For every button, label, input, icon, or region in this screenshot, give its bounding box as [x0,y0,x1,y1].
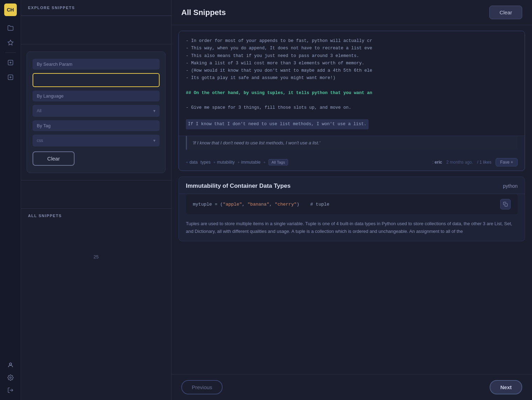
next-button[interactable]: Next [490,380,522,394]
code-line-3: - This also means that if you just need … [186,52,518,60]
snippet-card-2: Immutability of Container Data Types pyt… [178,177,525,241]
tag-types: types [201,160,211,165]
snippet-1-author: : eric [432,160,442,165]
chevron-down-icon: ▾ [153,108,155,113]
language-value: All [37,108,41,113]
snippet-2-description: Tuples are used to store multiple items … [179,219,525,241]
highlight-line: ## On the other hand, by using tuples, i… [186,90,518,97]
all-tags-button[interactable]: All Tags [268,159,288,165]
filter-clear-button[interactable]: Clear [33,151,75,166]
sidebar-divider-2 [21,44,171,44]
star-icon[interactable] [4,36,17,49]
sidebar: Explore Snippets By Search Param By Lang… [21,0,172,400]
svg-rect-9 [505,203,507,206]
tag-value: css [37,138,43,143]
main-title: All Snippets [181,8,226,17]
sidebar-blank-3 [21,223,171,251]
snippet-1-meta: : eric 2 months ago. / 1 likes Fave + [432,158,518,166]
code-line-5: - (How would it know that you don't want… [186,67,518,74]
tag-data: + data [186,160,198,165]
add-alt-icon[interactable] [4,71,17,84]
app-logo[interactable]: CH [4,3,17,16]
main-content: All Snippets Clear - In order for most o… [172,0,532,400]
by-tag-label: By Tag [33,120,160,131]
code-line-1: - In order for most of your appends to b… [186,37,518,45]
by-language-label: By Language [33,91,160,101]
header-clear-button[interactable]: Clear [489,6,522,19]
snippet-2-header: Immutability of Container Data Types pyt… [179,177,525,194]
code-line-9: If I know that I don't need to use list … [186,119,369,129]
add-icon[interactable] [4,56,17,69]
sidebar-blank-2 [21,180,171,208]
snippet-2-language: python [503,183,518,189]
snippet-card-1: - In order for most of your appends to b… [178,31,525,171]
snippet-1-footer: + data types + mutability + immutable + … [179,154,525,171]
pagination: Previous Next [172,374,532,400]
snippet-1-code: - In order for most of your appends to b… [179,31,525,136]
code-line-2: - This way, when you do append, It does … [186,45,518,52]
code-line-8: - Give me space for 3 things, fill those… [186,104,518,112]
all-snippets-label: All Snippets [21,209,171,223]
sidebar-blank-1 [21,16,171,44]
snippet-2-title: Immutability of Container Data Types [186,183,290,190]
nav-bottom [4,359,17,397]
main-header: All Snippets Clear [172,0,532,25]
filter-panel: By Search Param By Language All ▾ By Tag… [27,51,166,173]
snippet-1-likes: / 1 likes [477,160,491,165]
svg-point-6 [9,363,12,365]
svg-point-7 [9,377,11,379]
tag-dropdown[interactable]: css ▾ [33,135,160,147]
by-search-param-label: By Search Param [33,59,160,70]
code-inline-text: mytuple = ("apple", "banana", "cherry") … [193,202,329,207]
page-number: 25 [21,251,171,265]
code-line-6: - Its gotta play it safe and assume you … [186,74,518,82]
user-icon[interactable] [4,359,17,371]
code-line-4: - Making a list of 3 will cost more than… [186,60,518,67]
snippet-2-code: mytuple = ("apple", "banana", "cherry") … [186,194,518,214]
tag-mutability: + mutability [213,160,234,165]
tag-immutable: + immutable [238,160,261,165]
nav-bar: CH [0,0,21,400]
fave-button[interactable]: Fave + [496,158,518,166]
logout-icon[interactable] [4,384,17,397]
search-input[interactable] [33,73,160,87]
snippets-area: - In order for most of your appends to b… [172,25,532,374]
language-dropdown[interactable]: All ▾ [33,105,160,117]
sidebar-header: Explore Snippets [21,0,171,16]
settings-icon[interactable] [4,371,17,384]
nav-divider-1 [5,52,16,53]
chevron-down-tag-icon: ▾ [153,138,155,143]
folder-icon[interactable] [4,22,17,34]
snippet-1-time: 2 months ago. [446,160,473,165]
copy-button[interactable] [500,199,511,209]
snippet-1-quote: 'If I know that I don't need to use list… [186,136,518,150]
previous-button[interactable]: Previous [181,380,223,394]
